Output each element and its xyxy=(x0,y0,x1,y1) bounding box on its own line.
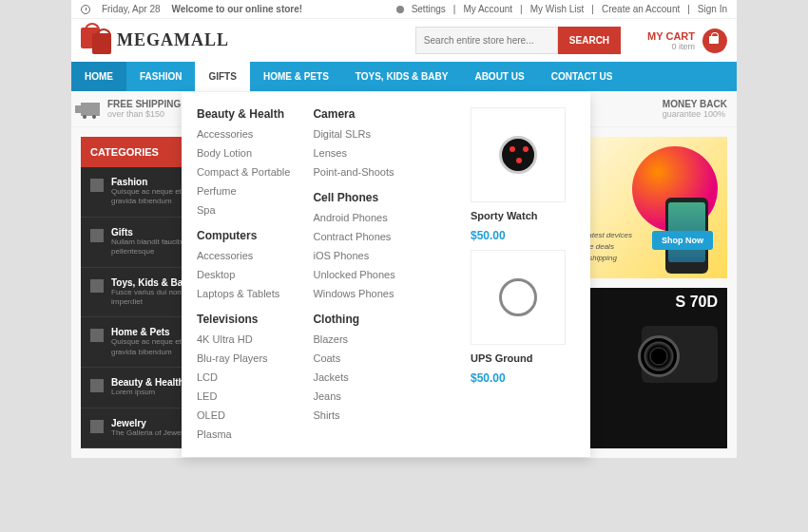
mega-link[interactable]: Shirts xyxy=(313,408,394,423)
mega-link[interactable]: Lenses xyxy=(313,145,394,161)
nav-home-pets[interactable]: HOME & PETS xyxy=(250,62,342,91)
mega-link[interactable]: Accessories xyxy=(197,248,290,263)
bag-icon xyxy=(81,28,111,54)
product-price: $50.00 xyxy=(471,371,575,385)
product-name[interactable]: UPS Ground xyxy=(471,352,575,364)
main-nav: HOME FASHION GIFTS HOME & PETS TOYS, KID… xyxy=(71,62,737,91)
search-button[interactable]: SEARCH xyxy=(558,27,621,54)
free-ship-sub: over than $150 xyxy=(107,109,181,119)
wish-list-link[interactable]: My Wish List xyxy=(530,4,585,14)
mega-link[interactable]: Perfume xyxy=(197,183,290,199)
category-icon xyxy=(90,279,104,293)
logo[interactable]: MEGAMALL xyxy=(81,28,229,54)
mega-heading: Camera xyxy=(313,107,394,121)
cart-button[interactable]: MY CART 0 item xyxy=(647,28,727,53)
create-account-link[interactable]: Create an Account xyxy=(602,4,680,14)
nav-home[interactable]: HOME xyxy=(71,62,126,91)
truck-icon xyxy=(81,103,100,116)
mega-link[interactable]: Laptops & Tablets xyxy=(197,286,290,301)
product-price: $50.00 xyxy=(471,229,575,242)
category-desc: Lorem ipsum xyxy=(111,388,184,397)
mega-heading: Computers xyxy=(197,229,290,242)
mega-link[interactable]: Jackets xyxy=(313,370,394,385)
cart-count: 0 item xyxy=(647,42,695,51)
mega-link[interactable]: Blazers xyxy=(313,332,394,347)
mega-link[interactable]: Compact & Portable xyxy=(197,164,290,180)
mega-link[interactable]: Accessories xyxy=(197,126,290,142)
category-icon xyxy=(90,229,104,242)
date-text: Friday, Apr 28 xyxy=(102,4,161,14)
category-icon xyxy=(90,379,104,392)
nav-contact[interactable]: CONTACT US xyxy=(538,62,626,91)
mega-heading: Televisions xyxy=(197,313,290,326)
clock-icon xyxy=(81,5,90,14)
mega-heading: Clothing xyxy=(313,313,394,326)
mega-link[interactable]: Digital SLRs xyxy=(313,126,394,142)
mega-link[interactable]: Windows Phones xyxy=(313,286,394,301)
money-back-sub: guarantee 100% xyxy=(663,109,727,119)
mega-link[interactable]: Body Lotion xyxy=(197,145,290,161)
money-back-title: MONEY BACK xyxy=(663,99,727,109)
cart-icon xyxy=(702,28,727,53)
mega-menu: Beauty & HealthAccessoriesBody LotionCom… xyxy=(182,92,590,457)
settings-link[interactable]: Settings xyxy=(412,4,446,14)
category-icon xyxy=(90,329,104,342)
mega-link[interactable]: LCD xyxy=(197,370,290,385)
category-icon xyxy=(90,179,104,192)
mega-link[interactable]: iOS Phones xyxy=(313,248,394,263)
product-image[interactable] xyxy=(471,107,566,202)
search-input[interactable] xyxy=(415,27,558,54)
my-account-link[interactable]: My Account xyxy=(463,4,512,14)
nav-toys[interactable]: TOYS, KIDS & BABY xyxy=(342,62,462,91)
mega-link[interactable]: Unlocked Phones xyxy=(313,267,394,282)
category-desc: The Galleria of Jewelry xyxy=(111,428,189,438)
mega-link[interactable]: OLED xyxy=(197,408,290,423)
welcome-text: Welcome to our online store! xyxy=(172,4,303,14)
product-image[interactable] xyxy=(471,250,566,345)
mega-link[interactable]: Spa xyxy=(197,202,290,218)
cart-title: MY CART xyxy=(647,30,695,42)
logo-text: MEGAMALL xyxy=(117,30,229,50)
category-title: Jewelry xyxy=(111,418,189,428)
mega-link[interactable]: Jeans xyxy=(313,389,394,404)
mega-link[interactable]: Contract Phones xyxy=(313,229,394,244)
mega-link[interactable]: 4K Ultra HD xyxy=(197,332,290,347)
mega-link[interactable]: Blu-ray Players xyxy=(197,351,290,366)
mega-link[interactable]: Plasma xyxy=(197,427,290,442)
category-icon xyxy=(90,420,104,433)
mega-link[interactable]: Desktop xyxy=(197,267,290,282)
free-ship-title: FREE SHIPPING xyxy=(107,99,181,109)
mega-link[interactable]: Android Phones xyxy=(313,210,394,225)
category-title: Beauty & Health xyxy=(111,377,184,388)
nav-gifts[interactable]: GIFTS xyxy=(195,62,249,91)
sign-in-link[interactable]: Sign In xyxy=(698,4,727,14)
product-name[interactable]: Sporty Watch xyxy=(471,210,575,221)
mega-heading: Cell Phones xyxy=(313,191,394,204)
mega-heading: Beauty & Health xyxy=(197,107,290,121)
mega-link[interactable]: Point-and-Shoots xyxy=(313,164,394,180)
canon-brand: S 70D xyxy=(676,294,718,311)
mega-link[interactable]: Coats xyxy=(313,351,394,366)
shop-now-button[interactable]: Shop Now xyxy=(652,231,713,250)
mega-link[interactable]: LED xyxy=(197,389,290,404)
nav-fashion[interactable]: FASHION xyxy=(126,62,195,91)
gear-icon xyxy=(396,6,404,13)
nav-about[interactable]: ABOUT US xyxy=(461,62,537,91)
